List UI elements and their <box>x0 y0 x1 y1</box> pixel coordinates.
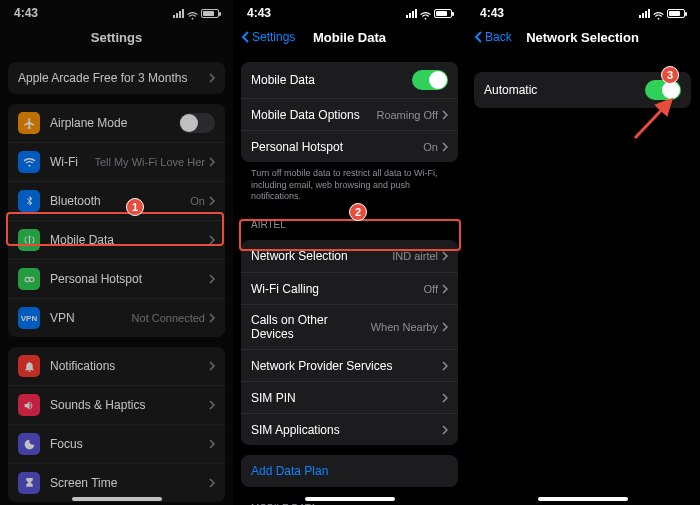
moon-icon <box>18 433 40 455</box>
status-time: 4:43 <box>247 6 271 20</box>
page-title: Settings <box>91 30 142 45</box>
data-options-value: Roaming Off <box>376 109 438 121</box>
wifi-settings-icon <box>18 151 40 173</box>
bluetooth-row[interactable]: Bluetooth On <box>8 181 225 220</box>
battery-icon <box>667 9 685 18</box>
network-selection-value: IND airtel <box>392 250 438 262</box>
calls-other-label: Calls on Other Devices <box>251 313 371 341</box>
data-options-row[interactable]: Mobile Data Options Roaming Off <box>241 98 458 130</box>
svg-point-0 <box>25 277 29 281</box>
back-button[interactable]: Back <box>474 30 512 44</box>
wifi-icon <box>653 9 664 17</box>
chevron-right-icon <box>442 284 448 294</box>
nav-bar: Back Network Selection <box>466 22 699 52</box>
back-button[interactable]: Settings <box>241 30 295 44</box>
status-time: 4:43 <box>480 6 504 20</box>
signal-icon <box>173 9 184 18</box>
chevron-right-icon <box>209 196 215 206</box>
carrier-section-label: AIRTEL <box>251 219 448 230</box>
sim-apps-row[interactable]: SIM Applications <box>241 413 458 445</box>
svg-point-1 <box>29 277 33 281</box>
status-icons <box>406 6 452 20</box>
wifi-label: Wi-Fi <box>50 155 94 169</box>
wifi-icon <box>420 9 431 17</box>
sim-pin-row[interactable]: SIM PIN <box>241 381 458 413</box>
calls-other-devices-row[interactable]: Calls on Other Devices When Nearby <box>241 304 458 349</box>
arcade-promo[interactable]: Apple Arcade Free for 3 Months <box>8 62 225 94</box>
wifi-calling-label: Wi-Fi Calling <box>251 282 424 296</box>
focus-row[interactable]: Focus <box>8 424 225 463</box>
provider-services-label: Network Provider Services <box>251 359 442 373</box>
nav-bar: Settings Mobile Data <box>233 22 466 52</box>
svg-line-2 <box>635 100 671 138</box>
network-selection-screen: 4:43 Back Network Selection Automatic 3 <box>466 0 699 505</box>
status-bar: 4:43 <box>0 0 233 22</box>
data-footer-note: Turn off mobile data to restrict all dat… <box>251 168 448 203</box>
bluetooth-label: Bluetooth <box>50 194 190 208</box>
notifications-row[interactable]: Notifications <box>8 347 225 385</box>
signal-icon <box>639 9 650 18</box>
status-bar: 4:43 <box>233 0 466 22</box>
wifi-row[interactable]: Wi-Fi Tell My Wi-Fi Love Her <box>8 142 225 181</box>
wifi-icon <box>187 9 198 17</box>
mobile-data-toggle[interactable] <box>412 70 448 90</box>
chevron-right-icon <box>442 425 448 435</box>
chevron-right-icon <box>442 322 448 332</box>
home-indicator[interactable] <box>305 497 395 501</box>
airplane-toggle[interactable] <box>179 113 215 133</box>
sounds-row[interactable]: Sounds & Haptics <box>8 385 225 424</box>
bell-icon <box>18 355 40 377</box>
chevron-right-icon <box>442 142 448 152</box>
vpn-icon: VPN <box>18 307 40 329</box>
provider-services-row[interactable]: Network Provider Services <box>241 349 458 381</box>
antenna-icon <box>18 229 40 251</box>
page-title: Mobile Data <box>313 30 386 45</box>
wifi-calling-row[interactable]: Wi-Fi Calling Off <box>241 272 458 304</box>
attention-group: Notifications Sounds & Haptics Focus Scr… <box>8 347 225 502</box>
automatic-label: Automatic <box>484 83 645 97</box>
network-selection-row[interactable]: Network Selection IND airtel <box>241 240 458 272</box>
status-bar: 4:43 <box>466 0 699 22</box>
status-icons <box>639 6 685 20</box>
vpn-row[interactable]: VPN VPN Not Connected <box>8 298 225 337</box>
chevron-right-icon <box>442 251 448 261</box>
arcade-label: Apple Arcade Free for 3 Months <box>18 71 209 85</box>
home-indicator[interactable] <box>538 497 628 501</box>
chevron-right-icon <box>442 110 448 120</box>
airplane-row[interactable]: Airplane Mode <box>8 104 225 142</box>
hotspot-row[interactable]: Personal Hotspot On <box>241 130 458 162</box>
chevron-right-icon <box>209 157 215 167</box>
chevron-right-icon <box>209 361 215 371</box>
hourglass-icon <box>18 472 40 494</box>
home-indicator[interactable] <box>72 497 162 501</box>
chevron-right-icon <box>209 235 215 245</box>
calls-other-value: When Nearby <box>371 321 438 333</box>
screentime-label: Screen Time <box>50 476 209 490</box>
mobile-data-screen: 4:43 Settings Mobile Data Mobile Data Mo… <box>233 0 466 505</box>
chevron-right-icon <box>209 439 215 449</box>
sim-pin-label: SIM PIN <box>251 391 442 405</box>
status-time: 4:43 <box>14 6 38 20</box>
data-options-group: Mobile Data Mobile Data Options Roaming … <box>241 62 458 162</box>
battery-icon <box>201 9 219 18</box>
hotspot-value: On <box>423 141 438 153</box>
carrier-group: Network Selection IND airtel Wi-Fi Calli… <box>241 240 458 445</box>
back-label: Settings <box>252 30 295 44</box>
annotation-badge-2: 2 <box>349 203 367 221</box>
chevron-right-icon <box>442 393 448 403</box>
signal-icon <box>406 9 417 18</box>
hotspot-row[interactable]: Personal Hotspot <box>8 259 225 298</box>
battery-icon <box>434 9 452 18</box>
add-data-plan-button[interactable]: Add Data Plan <box>241 455 458 487</box>
nav-bar: Settings <box>0 22 233 52</box>
focus-label: Focus <box>50 437 209 451</box>
chevron-right-icon <box>442 361 448 371</box>
mobile-data-row[interactable]: Mobile Data <box>8 220 225 259</box>
wifi-calling-value: Off <box>424 283 438 295</box>
vpn-value: Not Connected <box>132 312 205 324</box>
hotspot-icon <box>18 268 40 290</box>
mobile-data-label: Mobile Data <box>50 233 209 247</box>
settings-screen: 4:43 Settings Apple Arcade Free for 3 Mo… <box>0 0 233 505</box>
bluetooth-value: On <box>190 195 205 207</box>
mobile-data-toggle-row[interactable]: Mobile Data <box>241 62 458 98</box>
